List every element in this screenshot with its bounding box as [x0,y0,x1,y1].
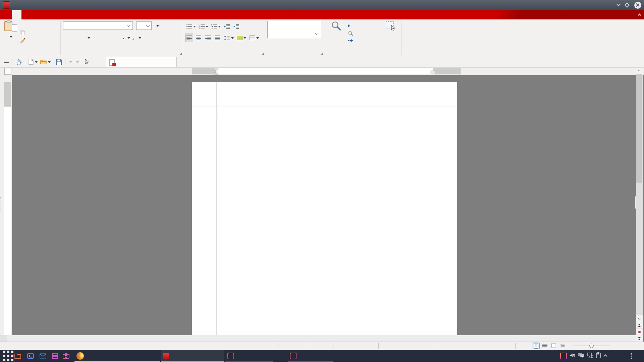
close-icon[interactable] [634,2,641,9]
styles-dialog-launcher[interactable] [320,53,323,55]
shading-dropdown-icon[interactable] [244,37,246,40]
font-name-select[interactable] [63,21,133,30]
superscript-button[interactable] [111,34,119,42]
font-color-button[interactable] [119,34,127,42]
style-select[interactable] [267,21,321,38]
maximize-icon[interactable] [625,2,630,8]
menu-references[interactable] [40,10,50,19]
open-button[interactable] [39,58,48,66]
select-all-button[interactable] [382,21,399,32]
pan-hand-button[interactable] [14,58,23,66]
left-panel-handle[interactable] [0,197,1,210]
numbered-list-dropdown-icon[interactable] [206,26,208,29]
browse-object-button[interactable] [636,329,643,335]
menu-insert[interactable] [21,10,31,19]
vertical-scrollbar-thumb[interactable] [636,74,642,183]
paste-button[interactable] [3,20,19,48]
taskbar-terminal-button[interactable] [27,350,34,362]
taskbar-kebab-icon[interactable] [631,353,632,359]
borders-dropdown-icon[interactable] [256,37,259,40]
italic-button[interactable] [71,34,79,42]
new-document-dropdown-icon[interactable] [35,61,38,64]
indent-markers[interactable] [214,68,219,74]
goto-button[interactable] [348,37,357,44]
replace-button[interactable] [348,22,354,29]
vertical-scrollbar[interactable] [636,68,643,342]
line-spacing-dropdown-icon[interactable] [231,37,234,40]
tray-volume-icon[interactable] [570,352,576,360]
scroll-up-button[interactable] [636,68,643,74]
align-left-button[interactable] [185,34,193,42]
vertical-ruler[interactable] [4,82,11,335]
multilevel-list-button[interactable]: 1 [210,22,218,31]
menu-home[interactable] [12,10,21,19]
search-button[interactable] [326,21,346,46]
collapse-ribbon-icon[interactable] [638,12,641,18]
redo-dropdown-icon[interactable] [76,61,79,64]
format-painter-button[interactable] [20,37,28,44]
case-dropdown-icon[interactable] [156,25,159,28]
justify-button[interactable] [213,34,221,42]
view-normal-button[interactable] [541,343,549,349]
undo-dropdown-icon[interactable] [69,61,72,64]
line-spacing-button[interactable] [223,34,231,42]
change-case-button[interactable] [155,21,159,30]
tray-remote-desktop-icon[interactable] [578,352,585,360]
taskbar-window-qemu[interactable] [288,350,333,362]
highlight-button[interactable] [130,34,139,42]
cut-button[interactable] [20,22,22,29]
search-again-button[interactable] [348,30,356,37]
minimize-icon[interactable] [617,2,620,8]
font-size-select[interactable] [136,21,152,30]
document-page[interactable] [192,82,457,335]
view-page-layout-button[interactable] [532,343,540,349]
document-tab[interactable] [106,57,177,67]
bold-button[interactable] [62,34,71,42]
copy-button[interactable] [20,29,28,36]
formatting-marks-button[interactable] [251,22,259,31]
previous-page-button[interactable] [636,322,643,328]
object-mode-button[interactable] [83,58,91,66]
highlight-dropdown-icon[interactable] [139,37,141,40]
grow-font-button[interactable] [153,34,162,42]
bullet-list-dropdown-icon[interactable] [193,26,196,29]
bullet-list-button[interactable] [185,22,193,31]
sort-button[interactable] [242,22,250,31]
save-button[interactable] [55,58,63,66]
zoom-slider-knob[interactable] [589,344,594,348]
align-center-button[interactable] [195,34,203,42]
tray-clipboard-icon[interactable] [596,352,601,360]
shading-button[interactable] [235,34,244,42]
paste-dropdown-icon[interactable] [10,36,12,39]
menu-layout[interactable] [31,10,40,19]
menu-view[interactable] [68,10,78,19]
toolbar-overflow-button[interactable] [91,58,93,66]
taskbar-window-firefox[interactable] [74,350,160,362]
decrease-indent-button[interactable] [232,22,240,31]
scroll-left-button[interactable] [0,335,7,342]
style-dropdown-icon[interactable] [315,31,318,35]
tab-stop-selector[interactable] [4,68,11,75]
strikethrough-button[interactable] [94,34,102,42]
next-page-button[interactable] [636,335,643,342]
character-dialog-launcher[interactable] [179,53,182,55]
horizontal-ruler[interactable] [192,68,461,74]
underline-dropdown-icon[interactable] [88,37,90,40]
view-fullscreen-button[interactable] [550,343,557,349]
taskbar-window-virt-manager[interactable] [225,350,273,362]
view-outline-button[interactable] [558,343,566,349]
scroll-down-button[interactable] [636,315,643,322]
subscript-button[interactable] [102,34,111,42]
horizontal-scrollbar[interactable] [0,335,636,342]
paragraph-dialog-launcher[interactable] [262,53,264,55]
taskbar-mail-button[interactable] [39,350,47,362]
open-dropdown-icon[interactable] [48,61,51,64]
menu-mailings[interactable] [50,10,59,19]
multilevel-list-dropdown-icon[interactable] [218,26,221,29]
tray-expand-icon[interactable] [604,353,607,359]
shrink-font-button[interactable] [162,34,170,42]
taskbar-camera-button[interactable] [62,350,70,362]
numbered-list-button[interactable]: 123 [198,22,206,31]
menu-review[interactable] [59,10,68,19]
borders-button[interactable] [248,34,256,42]
